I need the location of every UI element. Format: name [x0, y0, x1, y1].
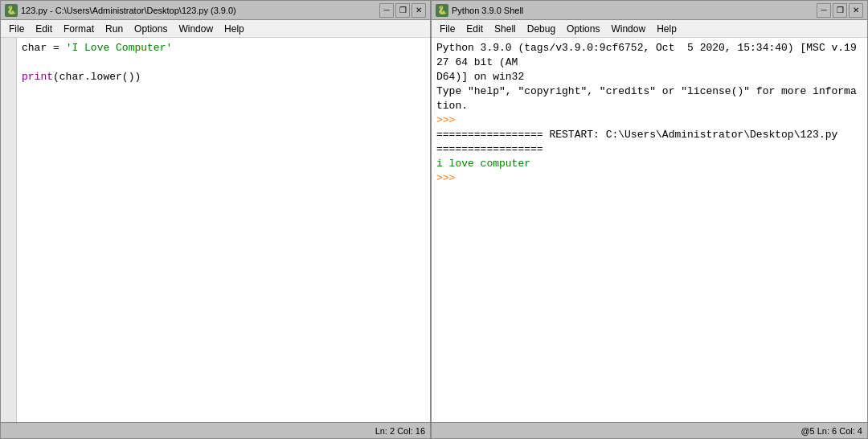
- shell-restart-line: ================= RESTART: C:\Users\Admi…: [436, 128, 862, 157]
- shell-menu-options[interactable]: Options: [562, 23, 604, 35]
- editor-minimize-button[interactable]: ─: [379, 3, 394, 18]
- code-print-args: (char.lower()): [53, 71, 141, 83]
- editor-status-text: Ln: 2 Col: 16: [375, 426, 425, 436]
- shell-version-line2: D64)] on win32: [436, 70, 862, 84]
- code-print-fn: print: [22, 71, 53, 83]
- shell-window: 🐍 Python 3.9.0 Shell ─ ❐ ✕ File Edit She…: [431, 0, 868, 439]
- editor-title-bar: 🐍 123.py - C:\Users\Administrator\Deskto…: [1, 1, 430, 20]
- shell-title-text: Python 3.9.0 Shell: [452, 6, 523, 15]
- editor-title-left: 🐍 123.py - C:\Users\Administrator\Deskto…: [5, 4, 236, 17]
- shell-version-line1: Python 3.9.0 (tags/v3.9.0:9cf6752, Oct 5…: [436, 41, 862, 70]
- shell-title-bar: 🐍 Python 3.9.0 Shell ─ ❐ ✕: [432, 1, 867, 20]
- editor-menu-bar: File Edit Format Run Options Window Help: [1, 20, 430, 38]
- menu-help[interactable]: Help: [219, 23, 249, 35]
- shell-status-bar: @5 Ln: 6 Col: 4: [432, 422, 867, 438]
- shell-window-controls: ─ ❐ ✕: [817, 3, 863, 18]
- shell-menu-debug[interactable]: Debug: [522, 23, 560, 35]
- menu-run[interactable]: Run: [100, 23, 128, 35]
- menu-format[interactable]: Format: [59, 23, 99, 35]
- menu-window[interactable]: Window: [174, 23, 218, 35]
- editor-title-text: 123.py - C:\Users\Administrator\Desktop\…: [21, 6, 236, 15]
- menu-file[interactable]: File: [4, 23, 29, 35]
- shell-last-prompt: >>>: [436, 171, 862, 186]
- editor-maximize-button[interactable]: ❐: [395, 3, 410, 18]
- editor-icon: 🐍: [5, 4, 18, 17]
- editor-window-controls: ─ ❐ ✕: [379, 3, 426, 18]
- shell-status-text: @5 Ln: 6 Col: 4: [800, 426, 862, 436]
- menu-edit[interactable]: Edit: [31, 23, 57, 35]
- editor-status-bar: Ln: 2 Col: 16: [1, 422, 430, 438]
- code-char-var: char: [22, 42, 47, 54]
- shell-icon: 🐍: [436, 4, 448, 17]
- shell-menu-file[interactable]: File: [435, 23, 460, 35]
- shell-menu-shell[interactable]: Shell: [489, 23, 521, 35]
- editor-close-button[interactable]: ✕: [411, 3, 426, 18]
- shell-title-left: 🐍 Python 3.9.0 Shell: [436, 4, 523, 17]
- shell-close-button[interactable]: ✕: [849, 3, 863, 18]
- shell-first-prompt: >>>: [436, 113, 862, 128]
- shell-maximize-button[interactable]: ❐: [833, 3, 847, 18]
- code-content[interactable]: char = 'I Love Computer' print(char.lowe…: [17, 38, 430, 422]
- code-assign: =: [47, 42, 65, 54]
- shell-output-line: i love computer: [436, 157, 862, 171]
- shell-menu-window[interactable]: Window: [606, 23, 650, 35]
- editor-area[interactable]: char = 'I Love Computer' print(char.lowe…: [1, 38, 430, 422]
- line-numbers: [1, 38, 17, 422]
- shell-menu-edit[interactable]: Edit: [461, 23, 488, 35]
- shell-menu-bar: File Edit Shell Debug Options Window Hel…: [432, 20, 867, 38]
- shell-info-line: Type "help", "copyright", "credits" or "…: [436, 84, 862, 113]
- shell-minimize-button[interactable]: ─: [817, 3, 831, 18]
- code-line-2: print(char.lower()): [22, 70, 425, 84]
- shell-area[interactable]: Python 3.9.0 (tags/v3.9.0:9cf6752, Oct 5…: [432, 38, 867, 422]
- code-string-val: 'I Love Computer': [66, 42, 173, 54]
- menu-options[interactable]: Options: [129, 23, 172, 35]
- code-line-1: char = 'I Love Computer': [22, 41, 425, 55]
- editor-window: 🐍 123.py - C:\Users\Administrator\Deskto…: [0, 0, 431, 439]
- shell-menu-help[interactable]: Help: [652, 23, 682, 35]
